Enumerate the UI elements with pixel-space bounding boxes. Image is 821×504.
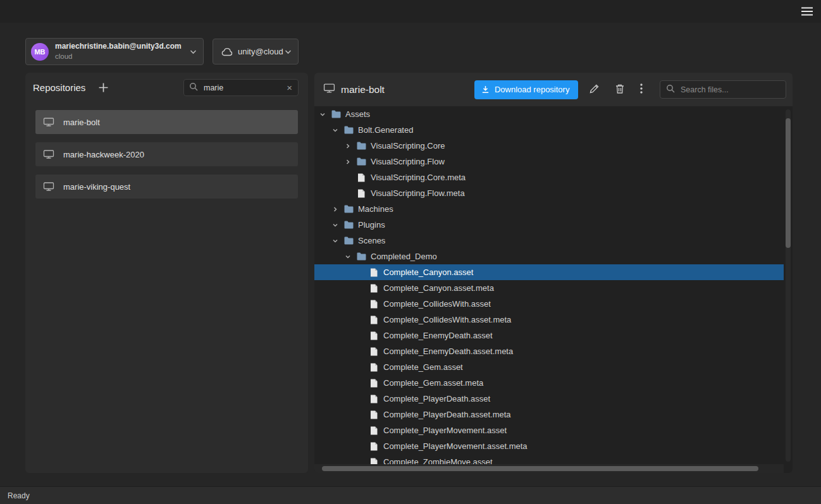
file-icon [369,442,379,451]
chevron-down-icon[interactable] [332,127,343,133]
tree-item-label: Complete_PlayerMovement.asset [383,426,507,435]
tree-item-VisualScripting.Core.meta[interactable]: VisualScripting.Core.meta [314,169,784,185]
tree-item-Machines[interactable]: Machines [314,201,784,217]
tree-item-label: VisualScripting.Flow.meta [371,188,465,198]
horizontal-scrollbar[interactable] [314,464,784,473]
tree-item-label: Complete_PlayerMovement.asset.meta [383,441,528,451]
repository-item-marie-hackweek-2020[interactable]: marie-hackweek-2020 [35,142,298,166]
file-icon [369,347,379,356]
file-search-input[interactable] [679,85,780,95]
add-repository-button[interactable] [97,81,110,94]
tree-item-label: Bolt.Generated [358,125,413,135]
repositories-title: Repositories [33,82,85,93]
tree-item-Complete_EnemyDeath.asset.meta[interactable]: Complete_EnemyDeath.asset.meta [314,343,784,359]
tree-item-Complete_PlayerDeath.asset[interactable]: Complete_PlayerDeath.asset [314,391,784,407]
chevron-down-icon[interactable] [332,222,343,228]
organization-name: unity@cloud [238,47,283,56]
tree-item-label: Complete_EnemyDeath.asset [383,331,493,340]
tree-item-Complete_CollidesWith.asset.meta[interactable]: Complete_CollidesWith.asset.meta [314,312,784,328]
tree-item-Complete_PlayerMovement.asset[interactable]: Complete_PlayerMovement.asset [314,422,784,438]
tree-item-Assets[interactable]: Assets [314,106,784,122]
organization-selector[interactable]: unity@cloud [213,39,299,65]
chevron-down-icon [285,49,292,54]
download-button-label: Download repository [495,85,570,94]
top-bar [0,0,821,23]
repository-name: marie-viking-quest [63,182,130,192]
tree-item-Complete_CollidesWith.asset[interactable]: Complete_CollidesWith.asset [314,296,784,312]
repository-search[interactable]: × [183,79,299,96]
repository-item-marie-viking-quest[interactable]: marie-viking-quest [35,175,298,199]
tree-item-label: Complete_Canyon.asset.meta [383,283,494,293]
tree-item-Bolt.Generated[interactable]: Bolt.Generated [314,122,784,138]
tree-item-Complete_PlayerDeath.asset.meta[interactable]: Complete_PlayerDeath.asset.meta [314,407,784,422]
repository-icon [43,149,54,159]
tree-item-label: Complete_CollidesWith.asset [383,299,491,309]
avatar: MB [31,43,49,61]
repository-item-marie-bolt[interactable]: marie-bolt [35,110,298,134]
file-icon [369,363,379,372]
file-tree-area: AssetsBolt.GeneratedVisualScripting.Core… [314,106,793,473]
chevron-right-icon[interactable] [345,159,356,165]
clear-search-icon[interactable]: × [286,83,293,92]
repository-list: marie-boltmarie-hackweek-2020marie-vikin… [25,102,308,199]
tree-item-label: Complete_PlayerDeath.asset [383,394,490,403]
repository-icon [43,181,54,192]
status-text: Ready [8,491,30,500]
chevron-down-icon[interactable] [332,238,343,244]
tree-item-label: Assets [345,109,370,119]
tree-item-Complete_Gem.asset.meta[interactable]: Complete_Gem.asset.meta [314,375,784,391]
tree-item-Plugins[interactable]: Plugins [314,217,784,233]
file-icon [369,300,379,309]
folder-icon [343,126,354,134]
vertical-scrollbar[interactable] [786,109,791,462]
account-subtitle: cloud [55,52,182,61]
file-icon [369,268,379,277]
folder-icon [356,252,366,261]
tree-item-label: Completed_Demo [371,252,437,261]
vertical-scrollbar-thumb[interactable] [786,118,791,248]
tree-item-label: Complete_CollidesWith.asset.meta [383,315,511,324]
delete-repository-button[interactable] [612,80,628,99]
file-icon [369,331,379,340]
tree-item-VisualScripting.Core[interactable]: VisualScripting.Core [314,138,784,154]
kebab-menu-icon [640,83,643,95]
repositories-panel: Repositories × marie-boltmarie-hackweek-… [25,73,308,473]
chevron-down-icon[interactable] [345,254,356,260]
tree-item-label: VisualScripting.Core [371,141,445,151]
folder-icon [343,221,354,229]
folder-icon [331,110,341,118]
tree-item-Complete_Gem.asset[interactable]: Complete_Gem.asset [314,359,784,375]
repository-search-input[interactable] [202,83,286,93]
tree-item-label: Plugins [358,220,385,230]
tree-item-Complete_Canyon.asset.meta[interactable]: Complete_Canyon.asset.meta [314,280,784,296]
pencil-icon [589,83,600,96]
more-options-button[interactable] [637,80,646,99]
hamburger-menu-icon[interactable] [801,7,813,18]
repository-view-panel: marie-bolt Download repository [314,73,793,473]
edit-repository-button[interactable] [586,80,603,99]
repository-icon [323,83,335,96]
tree-item-VisualScripting.Flow.meta[interactable]: VisualScripting.Flow.meta [314,185,784,201]
tree-item-Complete_EnemyDeath.asset[interactable]: Complete_EnemyDeath.asset [314,328,784,343]
tree-item-Complete_PlayerMovement.asset.meta[interactable]: Complete_PlayerMovement.asset.meta [314,438,784,454]
tree-item-VisualScripting.Flow[interactable]: VisualScripting.Flow [314,154,784,169]
trash-icon [615,83,625,96]
repository-icon [43,117,54,127]
tree-item-Complete_Canyon.asset[interactable]: Complete_Canyon.asset [314,264,784,280]
account-selector[interactable]: MB mariechristine.babin@unity3d.com clou… [25,38,204,65]
chevron-right-icon[interactable] [345,143,356,149]
horizontal-scrollbar-thumb[interactable] [322,466,758,471]
account-email: mariechristine.babin@unity3d.com [55,42,182,51]
repository-title: marie-bolt [341,84,385,95]
chevron-down-icon[interactable] [319,111,331,118]
file-search[interactable] [660,80,786,99]
download-repository-button[interactable]: Download repository [474,80,579,99]
search-icon [189,82,198,94]
tree-item-Completed_Demo[interactable]: Completed_Demo [314,249,784,264]
tree-item-label: Complete_PlayerDeath.asset.meta [383,410,511,419]
folder-icon [343,237,354,245]
tree-item-Scenes[interactable]: Scenes [314,233,784,249]
tree-item-label: Complete_Gem.asset [383,362,463,372]
tree-item-label: Complete_Gem.asset.meta [383,378,483,388]
chevron-right-icon[interactable] [332,206,343,212]
